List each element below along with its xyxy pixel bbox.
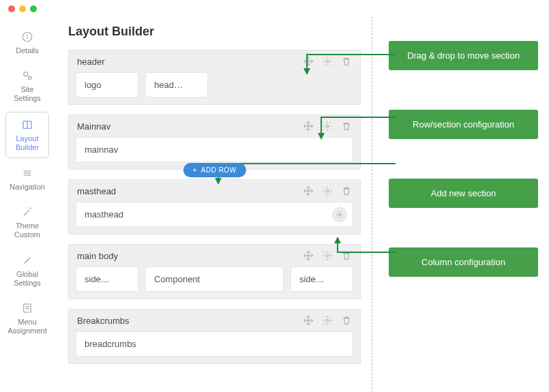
gear-icon[interactable]	[322, 185, 333, 196]
section-title: main body	[77, 251, 118, 261]
svg-point-14	[326, 125, 329, 127]
sidebar-item-label: Site Settings	[7, 85, 48, 103]
list-icon	[20, 301, 34, 315]
sidebar-item-label: Navigation	[10, 183, 45, 192]
plus-icon: +	[192, 166, 196, 174]
column-head[interactable]: head…	[145, 72, 208, 97]
add-row-button[interactable]: + ADD ROW	[183, 163, 246, 177]
svg-point-16	[339, 213, 341, 215]
trash-icon[interactable]	[341, 250, 352, 261]
gear-icon[interactable]	[322, 121, 333, 132]
move-icon[interactable]	[303, 315, 314, 326]
sidebar-item-label: Details	[16, 46, 39, 55]
sidebar-item-theme-custom[interactable]: Theme Custom	[5, 200, 49, 245]
section-title: Breakcrumbs	[77, 316, 130, 326]
svg-point-18	[326, 319, 329, 322]
tip-row-config: Row/section configuration	[389, 110, 538, 139]
svg-point-2	[27, 35, 28, 35]
page-title: Layout Builder	[68, 25, 361, 39]
section-title: Mainnav	[77, 121, 110, 132]
section-title: masthead	[77, 186, 116, 196]
sidebar: Details Site Settings Layout Builder Nav…	[0, 16, 55, 392]
info-icon	[20, 30, 34, 44]
section-masthead[interactable]: masthead masthead	[68, 179, 361, 235]
sidebar-item-label: Layout Builder	[8, 134, 47, 152]
sidebar-item-label: Global Settings	[7, 270, 48, 288]
close-dot[interactable]	[8, 5, 15, 12]
sidebar-item-navigation[interactable]: Navigation	[5, 161, 49, 197]
move-icon[interactable]	[303, 185, 314, 196]
section-mainnav[interactable]: Mainnav mainnav + ADD ROW	[68, 115, 361, 170]
add-row-label: ADD ROW	[201, 166, 237, 174]
section-breadcrumbs[interactable]: Breakcrumbs breadcrumbs	[68, 309, 361, 364]
svg-point-3	[24, 72, 28, 76]
menu-icon	[20, 166, 34, 180]
trash-icon[interactable]	[341, 56, 352, 67]
cogs-icon	[20, 69, 34, 82]
svg-rect-10	[24, 304, 31, 312]
wand-icon	[20, 205, 34, 219]
column-mainnav[interactable]: mainnav	[76, 137, 353, 162]
column-component[interactable]: Component	[145, 267, 284, 292]
sidebar-item-menu-assignment[interactable]: Menu Assignment	[5, 296, 49, 341]
tip-add-section: Add new section	[389, 179, 538, 208]
svg-point-15	[326, 190, 329, 192]
column-masthead[interactable]: masthead	[76, 202, 353, 227]
column-breadcrumbs[interactable]: breadcrumbs	[76, 331, 353, 357]
move-icon[interactable]	[303, 56, 314, 67]
trash-icon[interactable]	[341, 185, 352, 196]
tips-pane: Drag & drop to move section Row/section …	[372, 16, 549, 392]
svg-point-13	[326, 60, 329, 63]
sidebar-item-global-settings[interactable]: Global Settings	[5, 248, 49, 293]
sidebar-item-layout-builder[interactable]: Layout Builder	[5, 112, 49, 158]
gear-icon[interactable]	[322, 315, 333, 326]
sidebar-item-label: Theme Custom	[7, 222, 48, 239]
main-panel: Layout Builder header logo head… Mainnav	[55, 16, 372, 392]
section-main-body[interactable]: main body side… Component side…	[68, 244, 361, 299]
sidebar-item-site-settings[interactable]: Site Settings	[5, 63, 49, 108]
section-title: header	[77, 57, 104, 67]
svg-point-17	[326, 254, 329, 257]
column-logo[interactable]: logo	[76, 72, 138, 97]
gear-icon[interactable]	[322, 250, 333, 261]
layout-icon	[20, 118, 34, 132]
move-icon[interactable]	[303, 250, 314, 261]
tools-icon	[20, 254, 34, 267]
window-controls	[8, 5, 37, 12]
column-side-right[interactable]: side…	[291, 267, 353, 292]
move-icon[interactable]	[303, 121, 314, 132]
trash-icon[interactable]	[341, 121, 352, 132]
svg-point-4	[29, 76, 32, 80]
minimize-dot[interactable]	[19, 5, 26, 12]
gear-icon[interactable]	[322, 56, 333, 67]
tip-column-config: Column configuration	[389, 247, 538, 277]
sidebar-item-label: Menu Assignment	[7, 318, 48, 335]
column-gear-button[interactable]	[332, 207, 347, 222]
tip-drag-drop: Drag & drop to move section	[389, 41, 538, 70]
column-side-left[interactable]: side…	[76, 267, 138, 292]
trash-icon[interactable]	[341, 315, 352, 326]
maximize-dot[interactable]	[30, 5, 37, 12]
section-header[interactable]: header logo head…	[68, 50, 361, 105]
sidebar-item-details[interactable]: Details	[5, 25, 49, 61]
